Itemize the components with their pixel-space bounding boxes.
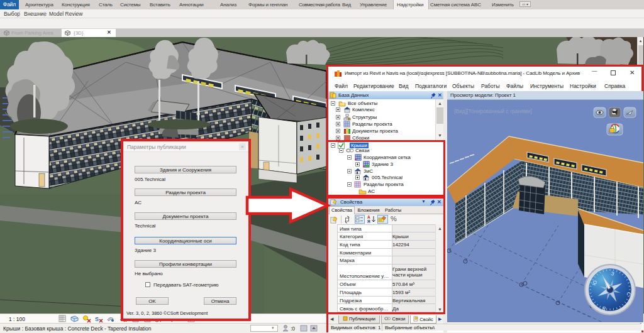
svg-text:S: S: [95, 316, 99, 322]
svg-text::0: :0: [291, 325, 295, 332]
svg-text:[Вид][Тонированный с гранями]: [Вид][Тонированный с гранями]: [454, 108, 532, 114]
